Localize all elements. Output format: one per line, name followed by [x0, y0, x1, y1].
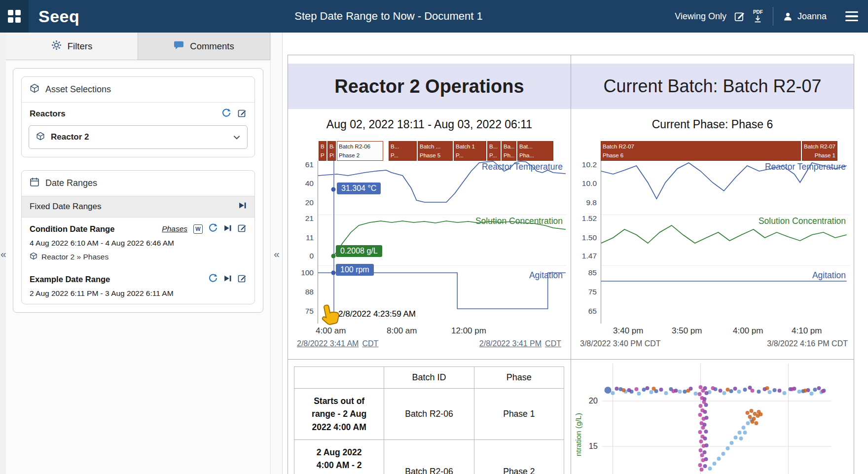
- temperature-series-label: Reactor Temperature: [765, 162, 846, 172]
- agitation-line: [318, 273, 566, 309]
- scatter-y-axis: 20 15: [583, 364, 601, 474]
- document-grid: Reactor 2 Operations Aug 02, 2022 18:11 …: [288, 55, 854, 474]
- batch-capsule: Batch R2-07Phase 1: [802, 141, 837, 161]
- fixed-date-ranges-header: Fixed Date Ranges: [22, 196, 254, 218]
- hamburger-menu-icon[interactable]: [845, 11, 858, 22]
- batch-capsule: B...P...: [487, 141, 501, 161]
- edit-icon[interactable]: [238, 274, 247, 285]
- date-range-item: Example Date Range: [22, 268, 254, 304]
- refresh-icon[interactable]: [209, 223, 217, 234]
- viewing-only-label: Viewing Only: [675, 11, 726, 22]
- refresh-icon[interactable]: [222, 109, 231, 119]
- step-to-end-icon[interactable]: [238, 201, 247, 212]
- chevron-down-icon: [233, 133, 240, 142]
- date-range-name: Example Date Range: [30, 275, 110, 284]
- cell-reactor-operations: Reactor 2 Operations Aug 02, 2022 18:11 …: [288, 55, 571, 360]
- user-menu[interactable]: Joanna: [783, 11, 827, 22]
- left-section-subtitle: Aug 02, 2022 18:11 - Aug 03, 2022 06:11: [288, 118, 571, 131]
- tab-comments[interactable]: Comments: [138, 33, 270, 60]
- worksheet-badge-icon[interactable]: W: [193, 224, 203, 234]
- user-icon: [783, 12, 793, 21]
- scatter-plot-area[interactable]: [601, 364, 832, 474]
- range-end-label: 3/8/2022 4:16 PM CDT: [767, 339, 848, 348]
- plot-area[interactable]: Reactor Temperature Solution Concentrati…: [318, 161, 567, 324]
- cursor-point: [331, 271, 336, 275]
- seeq-logo: Seeq: [38, 7, 79, 26]
- tab-comments-label: Comments: [190, 41, 234, 52]
- table-header-row: Batch ID Phase: [294, 367, 564, 389]
- cursor-point: [331, 254, 336, 258]
- capsule-lane[interactable]: BPBaPhBatch R2-06Phase 2B...P...Batch ..…: [318, 141, 567, 161]
- step-to-end-icon[interactable]: [223, 224, 232, 234]
- table-batch-cell: Batch R2-06: [384, 389, 474, 440]
- table-row: 2 Aug 2022 4:00 AM - 2 Aug 2022 5:00 AM …: [294, 439, 564, 474]
- cell-scatter-plot: ntration (g/L) 20 15: [571, 360, 854, 474]
- collapse-left-icon[interactable]: «: [0, 249, 6, 259]
- x-axis: 4:00 am 8:00 am 12:00 pm: [318, 324, 567, 337]
- trend-chart-left[interactable]: BPBaPhBatch R2-06Phase 2B...P...Batch ..…: [294, 141, 567, 348]
- cell-current-batch: Current Batch: Batch R2-07 Current Phase…: [571, 55, 854, 360]
- capsule-lane[interactable]: Batch R2-07Phase 6Batch R2-07Phase 1: [601, 141, 850, 161]
- range-start-label: 3/8/2022 3:40 PM CDT: [580, 339, 661, 348]
- table-phase-cell: Phase 2: [474, 439, 564, 474]
- table-header-cell: Batch ID: [384, 367, 474, 389]
- date-range-value: 4 Aug 2022 6:10 AM - 4 Aug 2022 6:46 AM: [30, 239, 247, 248]
- batch-capsule: Batch ...Phase 5: [418, 141, 453, 161]
- batch-capsule: BaPh: [327, 141, 336, 161]
- timezone-link[interactable]: CDT: [362, 339, 378, 348]
- y-axis: 10.2 10.0 9.8 1.52 1.50 1.47 85 75 65: [577, 161, 601, 324]
- left-edge-rail: «: [0, 33, 6, 474]
- document-area: Reactor 2 Operations Aug 02, 2022 18:11 …: [282, 33, 868, 474]
- asset-dropdown[interactable]: Reactor 2: [29, 125, 248, 149]
- tab-filters[interactable]: Filters: [6, 33, 138, 60]
- cube-icon: [30, 83, 39, 96]
- time-tooltip: 2/8/2022 4:23:59 AM: [336, 309, 418, 320]
- range-end-link[interactable]: 2/8/2022 3:41 PM: [479, 339, 542, 348]
- edit-document-icon[interactable]: [734, 11, 745, 22]
- concentration-series-label: Solution Concentration: [759, 216, 846, 226]
- date-range-asset-path: Reactor 2 » Phases: [41, 253, 108, 261]
- step-to-end-icon[interactable]: [223, 274, 232, 285]
- table-batch-cell: Batch R2-06: [384, 439, 474, 474]
- batch-table: Batch ID Phase Starts out of range - 2 A…: [294, 366, 564, 474]
- date-range-name: Condition Date Range: [30, 224, 114, 234]
- plot-area[interactable]: Reactor Temperature Solution Concentrati…: [601, 161, 850, 324]
- trend-chart-right[interactable]: Batch R2-07Phase 6Batch R2-07Phase 1 10.…: [577, 141, 850, 348]
- batch-capsule: Batch R2-07Phase 6: [601, 141, 801, 161]
- edit-icon[interactable]: [238, 109, 247, 119]
- edit-icon[interactable]: [238, 223, 247, 234]
- date-range-item: Condition Date Range Phases W: [22, 218, 254, 268]
- y-axis: 61 40 20 21 11 0 100 88 75: [294, 161, 318, 324]
- table-range-cell: Starts out of range - 2 Aug 2022 4:00 AM: [294, 389, 384, 440]
- batch-capsule: Batch R2-06Phase 2: [337, 141, 383, 161]
- sidebar: Filters Comments Asset Selections: [6, 33, 270, 474]
- concentration-tooltip: 0.2008 g/L: [336, 245, 382, 257]
- table-header-cell: Phase: [474, 367, 564, 389]
- agitation-tooltip: 100 rpm: [336, 264, 374, 276]
- concentration-line: [601, 225, 847, 243]
- range-start-link[interactable]: 2/8/2022 3:41 AM: [297, 339, 359, 348]
- apps-grid-button[interactable]: [0, 0, 29, 33]
- user-name: Joanna: [797, 11, 827, 22]
- concentration-series-label: Solution Concentration: [475, 216, 563, 226]
- sidebar-collapse-icon[interactable]: «: [274, 249, 280, 259]
- cube-icon: [36, 132, 45, 143]
- comment-bubble-icon: [174, 40, 184, 52]
- batch-capsule: BP: [319, 141, 326, 161]
- batch-capsule: B...P...: [389, 141, 417, 161]
- tab-filters-label: Filters: [68, 41, 92, 52]
- refresh-icon[interactable]: [209, 274, 217, 285]
- timezone-link[interactable]: CDT: [545, 339, 561, 348]
- cursor-point: [331, 187, 336, 192]
- filters-panel: Asset Selections Reactors: [13, 68, 263, 313]
- phases-link[interactable]: Phases: [162, 224, 187, 233]
- date-ranges-title: Date Ranges: [45, 178, 97, 188]
- pdf-export-icon[interactable]: PDF: [753, 10, 763, 23]
- scatter-y-axis-label: ntration (g/L): [574, 385, 583, 474]
- temperature-series-label: Reactor Temperature: [482, 162, 563, 172]
- topbar-divider: [773, 7, 773, 26]
- table-header-cell: [294, 367, 384, 389]
- hover-cursor-line: [333, 161, 334, 324]
- scatter-chart[interactable]: ntration (g/L) 20 15: [574, 364, 854, 474]
- x-axis: 3:40 pm 3:50 pm 4:00 pm 4:10 pm: [601, 324, 850, 337]
